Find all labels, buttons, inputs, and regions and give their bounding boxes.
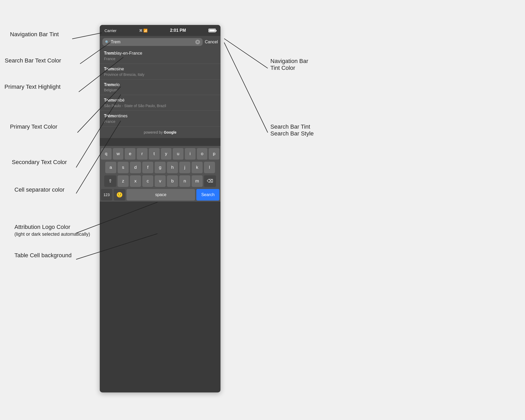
search-clear-button[interactable]: ✕ <box>195 40 200 44</box>
key-i[interactable]: i <box>185 148 196 160</box>
annotation-primary-text-color: Primary Text Color <box>10 123 57 130</box>
battery-icon <box>208 29 216 32</box>
result-rest-5: entines <box>114 114 128 118</box>
carrier-label: Carrier <box>104 28 117 33</box>
key-z[interactable]: z <box>118 175 129 187</box>
search-input-wrapper[interactable]: 🔍 Trem ✕ <box>102 38 203 46</box>
key-m[interactable]: m <box>192 175 203 187</box>
key-t[interactable]: t <box>149 148 160 160</box>
search-input[interactable]: Trem <box>111 40 194 44</box>
key-r[interactable]: r <box>137 148 148 160</box>
key-v[interactable]: v <box>155 175 166 187</box>
shift-key[interactable]: ⇧ <box>104 175 116 187</box>
annotation-nav-bar-tint-color: Navigation BarTint Color <box>270 58 308 71</box>
status-bar: Carrier ⌘ 📶 2:01 PM <box>100 25 220 36</box>
attribution-area: powered by Google <box>100 127 220 138</box>
result-rest-3: elo <box>114 82 119 87</box>
result-item-1[interactable]: Tremblay-en-France France <box>100 48 220 64</box>
key-e[interactable]: e <box>125 148 135 160</box>
annotation-table-cell-background: Table Cell background <box>14 252 72 259</box>
annotation-cell-separator-color: Cell separator color <box>14 186 65 193</box>
result-highlight-4: Trem <box>104 98 114 102</box>
key-j[interactable]: j <box>179 162 190 173</box>
emoji-key[interactable]: 🙂 <box>114 189 125 201</box>
backspace-key[interactable]: ⌫ <box>204 175 216 187</box>
result-primary-3: Tremelo <box>104 82 216 88</box>
key-c[interactable]: c <box>142 175 153 187</box>
key-q[interactable]: q <box>101 148 112 160</box>
result-primary-4: Tremembé <box>104 98 216 103</box>
result-secondary-1: France <box>104 57 216 61</box>
key-y[interactable]: y <box>161 148 172 160</box>
keyboard[interactable]: q w e r t y u i o p a s d f g h j k l ⇧ … <box>100 146 220 202</box>
annotation-attribution-logo-color: Attribution Logo Color(light or dark sel… <box>14 224 90 237</box>
result-primary-5: Trémentines <box>104 113 216 119</box>
annotation-secondary-text-color: Secondary Text Color <box>12 159 67 166</box>
svg-line-9 <box>224 43 268 133</box>
keyboard-row-1: q w e r t y u i o p <box>101 148 219 160</box>
keyboard-row-3: ⇧ z x c v b n m ⌫ <box>101 175 219 187</box>
search-bar[interactable]: 🔍 Trem ✕ Cancel <box>100 36 220 48</box>
keyboard-row-2: a s d f g h j k l <box>101 162 219 173</box>
result-secondary-3: Belgium <box>104 88 216 92</box>
result-highlight-1: Trem <box>104 51 114 55</box>
result-rest-2: osine <box>114 67 124 71</box>
result-highlight-5: Trém <box>104 114 114 118</box>
key-l[interactable]: l <box>204 162 215 173</box>
key-p[interactable]: p <box>209 148 219 160</box>
key-g[interactable]: g <box>155 162 166 173</box>
result-secondary-2: Province of Brescia, Italy <box>104 72 216 77</box>
key-x[interactable]: x <box>130 175 141 187</box>
result-highlight-2: Trem <box>104 67 114 71</box>
annotation-search-bar-tint-style: Search Bar TintSearch Bar Style <box>270 123 314 137</box>
svg-line-0 <box>72 33 102 39</box>
key-d[interactable]: d <box>130 162 141 173</box>
svg-line-8 <box>224 39 268 68</box>
annotation-primary-text-highlight: Primary Text Highlight <box>4 83 61 90</box>
result-secondary-4: São Paulo - State of São Paulo, Brazil <box>104 104 216 108</box>
key-w[interactable]: w <box>113 148 124 160</box>
attribution-text: powered by <box>144 130 164 134</box>
key-s[interactable]: s <box>118 162 129 173</box>
result-rest-4: embé <box>114 98 124 102</box>
key-h[interactable]: h <box>167 162 178 173</box>
wifi-icon: ⌘ 📶 <box>139 29 148 33</box>
result-secondary-5: France <box>104 119 216 124</box>
results-list: Tremblay-en-France France Tremosine Prov… <box>100 48 220 127</box>
annotations-overlay <box>0 0 525 420</box>
result-item-5[interactable]: Trémentines France <box>100 111 220 127</box>
google-brand-text: Google <box>164 130 176 134</box>
key-k[interactable]: k <box>192 162 203 173</box>
annotation-nav-bar-tint: Navigation Bar Tint <box>10 31 59 38</box>
result-primary-1: Tremblay-en-France <box>104 51 216 56</box>
result-rest-1: blay-en-France <box>114 51 142 55</box>
search-icon: 🔍 <box>105 40 109 44</box>
space-key[interactable]: space <box>127 189 195 201</box>
result-highlight-3: Trem <box>104 82 114 87</box>
annotation-search-bar-text-color: Search Bar Text Color <box>5 57 61 64</box>
search-key[interactable]: Search <box>196 189 219 201</box>
result-item-3[interactable]: Tremelo Belgium <box>100 80 220 95</box>
result-primary-2: Tremosine <box>104 66 216 72</box>
key-n[interactable]: n <box>179 175 190 187</box>
keyboard-bottom-row: 123 🙂 space Search <box>101 189 219 201</box>
key-b[interactable]: b <box>167 175 178 187</box>
time-label: 2:01 PM <box>170 28 186 33</box>
key-f[interactable]: f <box>142 162 153 173</box>
cancel-button[interactable]: Cancel <box>205 40 218 44</box>
key-u[interactable]: u <box>173 148 183 160</box>
empty-space <box>100 138 220 146</box>
phone-frame: Carrier ⌘ 📶 2:01 PM 🔍 Trem ✕ Cancel Trem… <box>100 25 220 392</box>
key-o[interactable]: o <box>197 148 208 160</box>
result-item-4[interactable]: Tremembé São Paulo - State of São Paulo,… <box>100 95 220 111</box>
result-item-2[interactable]: Tremosine Province of Brescia, Italy <box>100 64 220 80</box>
key-a[interactable]: a <box>105 162 116 173</box>
numbers-key[interactable]: 123 <box>101 189 112 201</box>
